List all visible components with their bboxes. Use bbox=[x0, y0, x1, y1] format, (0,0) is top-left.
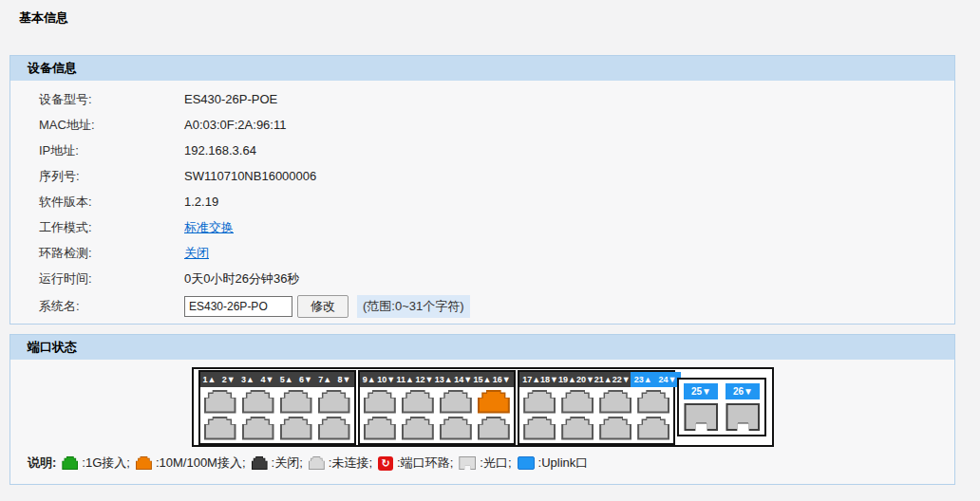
row-label: 系统名: bbox=[10, 298, 184, 315]
port-number-label: 13▲ bbox=[435, 375, 453, 384]
uplink-blue-icon bbox=[518, 456, 535, 470]
rj45-black-icon bbox=[252, 456, 268, 470]
row-software-version: 软件版本: 1.2.19 bbox=[10, 189, 954, 214]
port-20[interactable] bbox=[561, 417, 594, 440]
row-label: 环路检测: bbox=[10, 245, 184, 262]
port-number-label: 18▼ bbox=[540, 375, 558, 384]
port-17[interactable] bbox=[523, 390, 556, 414]
port-7[interactable] bbox=[318, 390, 350, 414]
port-number-label: 5▲ bbox=[280, 375, 293, 384]
uplink-port-number-label: 24▼ bbox=[659, 375, 677, 384]
legend-label: :关闭; bbox=[272, 455, 303, 472]
uplink-port-number-label: 23▲ bbox=[634, 375, 652, 384]
legend-item: :1G接入; bbox=[62, 455, 130, 472]
row-mac-address: MAC地址: A0:03:0F:2A:96:11 bbox=[10, 112, 954, 138]
port-number-label: 9▲ bbox=[363, 375, 376, 384]
port-group-1: 1▲2▼3▲4▼5▲6▼7▲8▼ bbox=[198, 370, 356, 445]
ports-grid bbox=[360, 387, 514, 443]
device-info-header: 设备信息 bbox=[10, 56, 954, 81]
modify-button[interactable]: 修改 bbox=[297, 295, 349, 318]
port-group-header: 17▲18▼19▲20▼21▲22▼23▲24▼ bbox=[519, 372, 673, 387]
port-status-header: 端口状态 bbox=[10, 335, 954, 360]
row-label: 序列号: bbox=[10, 168, 184, 185]
port-number-label: 3▲ bbox=[241, 375, 254, 384]
port-8[interactable] bbox=[318, 417, 350, 440]
port-status-panel: 端口状态 1▲2▼3▲4▼5▲6▼7▲8▼9▲10▼11▲12▼13▲14▼15… bbox=[9, 334, 955, 485]
port-19[interactable] bbox=[561, 390, 594, 414]
uplink-port-label: 25▼ bbox=[684, 383, 718, 399]
port-number-label: 10▼ bbox=[377, 375, 395, 384]
row-serial-number: 序列号: SW110710NB16000006 bbox=[10, 163, 954, 189]
sfp-port-26[interactable] bbox=[726, 403, 760, 431]
system-name-input[interactable] bbox=[184, 296, 292, 317]
port-number-label: 11▲ bbox=[397, 375, 414, 384]
sfp-port-25[interactable] bbox=[684, 403, 718, 431]
software-version-value: 1.2.19 bbox=[184, 195, 218, 209]
work-mode-link[interactable]: 标准交换 bbox=[184, 219, 234, 236]
port-21[interactable] bbox=[599, 390, 631, 414]
legend-label: :10M/100M接入; bbox=[156, 455, 246, 472]
system-name-range-hint: (范围:0~31个字符) bbox=[357, 295, 470, 318]
rj45-green-icon bbox=[62, 456, 78, 470]
port-12[interactable] bbox=[402, 417, 434, 440]
port-3[interactable] bbox=[242, 390, 274, 414]
legend-item: :端口环路; bbox=[378, 455, 453, 472]
row-label: 工作模式: bbox=[10, 219, 184, 236]
port-15[interactable] bbox=[478, 390, 510, 414]
port-24[interactable] bbox=[637, 417, 669, 440]
port-number-label: 14▼ bbox=[454, 375, 472, 384]
loop-red-icon bbox=[378, 456, 393, 471]
mac-address-value: A0:03:0F:2A:96:11 bbox=[184, 118, 286, 132]
legend-label: :1G接入; bbox=[82, 455, 130, 472]
sfp-port-column-25: 25▼ bbox=[684, 383, 718, 431]
port-number-label: 12▼ bbox=[415, 375, 433, 384]
row-work-mode: 工作模式: 标准交换 bbox=[10, 214, 954, 240]
rj45-gray-icon bbox=[309, 456, 325, 470]
port-legend: 说明: :1G接入;:10M/100M接入;:关闭;:未连接;:端口环路;:光口… bbox=[10, 455, 954, 472]
row-ip-address: IP地址: 192.168.3.64 bbox=[10, 138, 954, 163]
port-group-header: 1▲2▼3▲4▼5▲6▼7▲8▼ bbox=[200, 372, 354, 387]
port-13[interactable] bbox=[440, 390, 472, 414]
port-group-2: 9▲10▼11▲12▼13▲14▼15▲16▼ bbox=[358, 370, 516, 445]
port-18[interactable] bbox=[523, 417, 556, 440]
uptime-value: 0天0小时26分钟36秒 bbox=[184, 270, 299, 288]
ports-grid bbox=[200, 387, 354, 443]
legend-items: :1G接入;:10M/100M接入;:关闭;:未连接;:端口环路;:光口;:Up… bbox=[62, 455, 594, 472]
port-10[interactable] bbox=[364, 417, 396, 440]
legend-item: :Uplink口 bbox=[518, 455, 589, 472]
port-number-label: 6▼ bbox=[299, 375, 312, 384]
port-11[interactable] bbox=[402, 390, 434, 414]
uplink-port-labels: 23▲24▼ bbox=[631, 372, 681, 387]
legend-label: :光口; bbox=[480, 455, 511, 472]
port-4[interactable] bbox=[242, 417, 274, 440]
port-1[interactable] bbox=[204, 390, 236, 414]
row-label: IP地址: bbox=[10, 142, 184, 159]
port-number-label: 19▲ bbox=[558, 375, 576, 384]
sfp-uplink-group: 25▼26▼ bbox=[677, 378, 766, 436]
legend-item: :光口; bbox=[459, 455, 511, 472]
row-label: 软件版本: bbox=[10, 194, 184, 211]
port-number-label: 7▲ bbox=[318, 375, 331, 384]
device-model-value: ES430-26P-POE bbox=[184, 92, 277, 106]
legend-label: :端口环路; bbox=[397, 455, 453, 472]
port-number-label: 20▼ bbox=[576, 375, 594, 384]
port-number-label: 21▲ bbox=[594, 375, 612, 384]
port-22[interactable] bbox=[599, 417, 631, 440]
page-title: 基本信息 bbox=[19, 9, 68, 27]
legend-title: 说明: bbox=[28, 455, 56, 472]
row-label: MAC地址: bbox=[10, 117, 184, 134]
port-14[interactable] bbox=[440, 417, 472, 440]
port-number-label: 1▲ bbox=[203, 375, 217, 384]
port-5[interactable] bbox=[280, 390, 312, 414]
port-group-header: 9▲10▼11▲12▼13▲14▼15▲16▼ bbox=[360, 372, 514, 387]
port-6[interactable] bbox=[280, 417, 312, 440]
device-info-panel: 设备信息 设备型号: ES430-26P-POE MAC地址: A0:03:0F… bbox=[9, 55, 955, 325]
serial-number-value: SW110710NB16000006 bbox=[184, 169, 316, 183]
port-number-label: 17▲ bbox=[522, 375, 540, 384]
port-2[interactable] bbox=[204, 417, 236, 440]
basic-info-page: 基本信息 设备信息 设备型号: ES430-26P-POE MAC地址: A0:… bbox=[0, 0, 980, 501]
port-9[interactable] bbox=[364, 390, 396, 414]
loop-detect-link[interactable]: 关闭 bbox=[184, 245, 209, 262]
port-23[interactable] bbox=[637, 390, 669, 414]
port-16[interactable] bbox=[478, 417, 510, 440]
